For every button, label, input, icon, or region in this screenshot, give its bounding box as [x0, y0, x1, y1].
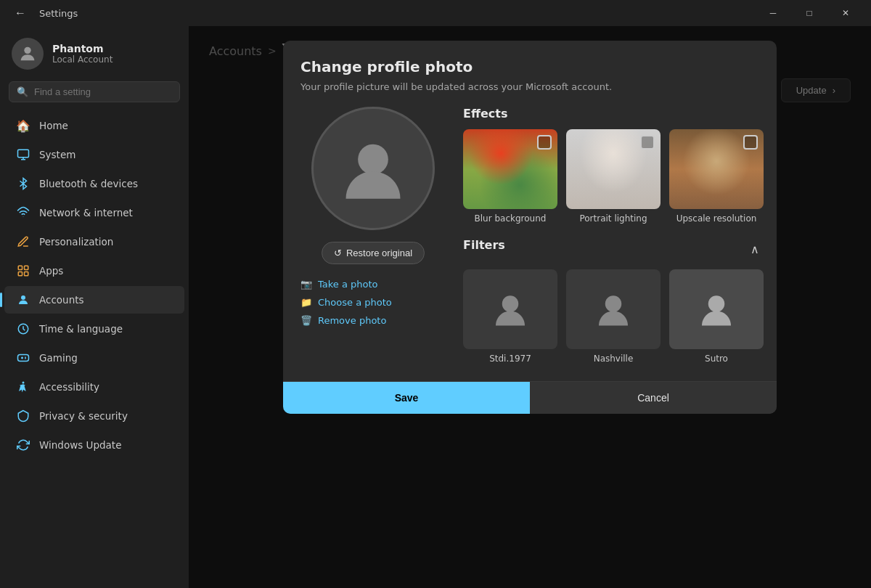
- blur-checkbox[interactable]: [537, 135, 552, 150]
- profile-side: ↺ Restore original 📷 Take a photo 📁: [300, 107, 446, 364]
- effect-upscale-resolution[interactable]: Upscale resolution: [669, 129, 764, 224]
- sidebar-item-network-label: Network & internet: [39, 207, 133, 219]
- svg-rect-1: [18, 150, 29, 158]
- sidebar-item-system[interactable]: System: [4, 141, 184, 168]
- folder-icon: 📁: [300, 297, 312, 308]
- svg-point-13: [708, 295, 725, 312]
- sidebar-item-time[interactable]: Time & language: [4, 315, 184, 343]
- sidebar-item-apps-label: Apps: [39, 265, 63, 277]
- filter-sutro[interactable]: Sutro: [669, 269, 764, 364]
- profile-preview: [311, 107, 435, 230]
- user-section: Phantom Local Account: [0, 26, 189, 78]
- sidebar-item-system-label: System: [39, 149, 75, 160]
- sidebar-item-home-label: Home: [39, 120, 68, 131]
- effects-grid: Blur background Portrait lighting: [463, 129, 764, 224]
- sidebar-item-personalization-label: Personalization: [39, 236, 113, 248]
- apps-icon: [16, 264, 30, 278]
- take-photo-link[interactable]: 📷 Take a photo: [300, 279, 446, 290]
- network-icon: [16, 205, 30, 220]
- sidebar-item-update[interactable]: Windows Update: [4, 431, 184, 459]
- sidebar: Phantom Local Account 🔍 🏠 Home System Bl…: [0, 26, 189, 588]
- filter-avatar-icon-3: [695, 287, 738, 331]
- update-icon: [16, 438, 30, 452]
- filter-avatar-icon-2: [592, 287, 635, 331]
- search-box[interactable]: 🔍: [9, 81, 180, 102]
- svg-rect-3: [25, 266, 28, 269]
- choose-photo-label: Choose a photo: [318, 297, 392, 308]
- svg-point-0: [24, 47, 30, 54]
- search-input[interactable]: [34, 86, 172, 97]
- camera-icon: 📷: [300, 279, 312, 290]
- portrait-thumb: [566, 129, 661, 209]
- sidebar-item-gaming[interactable]: Gaming: [4, 344, 184, 372]
- sidebar-item-accounts[interactable]: Accounts: [4, 286, 184, 314]
- avatar-icon: [17, 44, 38, 64]
- back-button[interactable]: ←: [9, 4, 32, 23]
- upscale-checkbox[interactable]: [743, 135, 758, 150]
- remove-photo-link[interactable]: 🗑️ Remove photo: [300, 315, 446, 326]
- cancel-button[interactable]: Cancel: [530, 382, 777, 414]
- time-icon: [16, 322, 30, 336]
- portrait-label: Portrait lighting: [579, 213, 647, 224]
- minimize-button[interactable]: ─: [756, 0, 790, 26]
- main-content: Accounts > Your info Update › Change pro…: [189, 26, 871, 588]
- change-photo-dialog: Change profile photo Your profile pictur…: [283, 41, 777, 414]
- sidebar-item-apps[interactable]: Apps: [4, 257, 184, 285]
- search-icon: 🔍: [17, 86, 28, 97]
- dialog-overlay: Change profile photo Your profile pictur…: [189, 26, 871, 588]
- sidebar-item-time-label: Time & language: [39, 323, 123, 335]
- trash-icon: 🗑️: [300, 315, 312, 326]
- svg-rect-4: [18, 272, 22, 276]
- sidebar-item-gaming-label: Gaming: [39, 352, 78, 364]
- filter-nashville[interactable]: Nashville: [566, 269, 661, 364]
- remove-photo-label: Remove photo: [318, 315, 386, 326]
- dialog-footer: Save Cancel: [283, 381, 777, 414]
- privacy-icon: [16, 409, 30, 423]
- sidebar-item-privacy[interactable]: Privacy & security: [4, 402, 184, 430]
- sidebar-item-network[interactable]: Network & internet: [4, 199, 184, 226]
- restore-icon: ↺: [334, 248, 342, 258]
- effect-blur-background[interactable]: Blur background: [463, 129, 557, 224]
- filter-studio1977[interactable]: Stdi.1977: [463, 269, 557, 364]
- app-body: Phantom Local Account 🔍 🏠 Home System Bl…: [0, 26, 871, 588]
- sidebar-item-bluetooth[interactable]: Bluetooth & devices: [4, 170, 184, 197]
- blur-thumb: [463, 129, 557, 209]
- close-button[interactable]: ✕: [829, 0, 862, 26]
- accounts-icon: [16, 293, 30, 307]
- filters-collapse-button[interactable]: ∧: [746, 238, 764, 261]
- filters-grid: Stdi.1977 Nashville: [463, 269, 764, 364]
- choose-photo-link[interactable]: 📁 Choose a photo: [300, 297, 446, 308]
- sidebar-item-accounts-label: Accounts: [39, 294, 84, 306]
- sutro-thumb: [669, 269, 764, 349]
- accessibility-icon: [16, 380, 30, 394]
- blur-label: Blur background: [475, 213, 547, 224]
- svg-rect-2: [18, 266, 22, 269]
- sidebar-item-bluetooth-label: Bluetooth & devices: [39, 178, 138, 189]
- studio1977-thumb: [463, 269, 557, 349]
- sidebar-item-privacy-label: Privacy & security: [39, 410, 128, 422]
- effect-portrait-lighting[interactable]: Portrait lighting: [566, 129, 661, 224]
- dialog-content: ↺ Restore original 📷 Take a photo 📁: [300, 107, 759, 364]
- maximize-button[interactable]: □: [793, 0, 826, 26]
- effects-label: Effects: [463, 107, 764, 121]
- filter-studio1977-label: Stdi.1977: [489, 354, 531, 364]
- dialog-body: Change profile photo Your profile pictur…: [283, 41, 777, 381]
- svg-point-10: [358, 144, 388, 175]
- system-icon: [16, 147, 30, 162]
- sidebar-item-accessibility[interactable]: Accessibility: [4, 373, 184, 401]
- personalization-icon: [16, 234, 30, 249]
- photo-actions: 📷 Take a photo 📁 Choose a photo 🗑️ Remo: [300, 279, 446, 326]
- upscale-thumb: [669, 129, 764, 209]
- save-button[interactable]: Save: [283, 382, 530, 414]
- user-info: Phantom Local Account: [52, 43, 113, 65]
- portrait-checkbox[interactable]: [640, 135, 655, 150]
- title-bar-left: ← Settings: [9, 4, 78, 23]
- svg-point-12: [605, 295, 622, 312]
- upscale-label: Upscale resolution: [676, 213, 757, 224]
- sidebar-item-accessibility-label: Accessibility: [39, 381, 99, 393]
- filters-label: Filters: [463, 238, 505, 252]
- sidebar-item-personalization[interactable]: Personalization: [4, 228, 184, 256]
- restore-original-button[interactable]: ↺ Restore original: [322, 242, 425, 264]
- sidebar-item-home[interactable]: 🏠 Home: [4, 112, 184, 139]
- filter-sutro-label: Sutro: [705, 354, 728, 364]
